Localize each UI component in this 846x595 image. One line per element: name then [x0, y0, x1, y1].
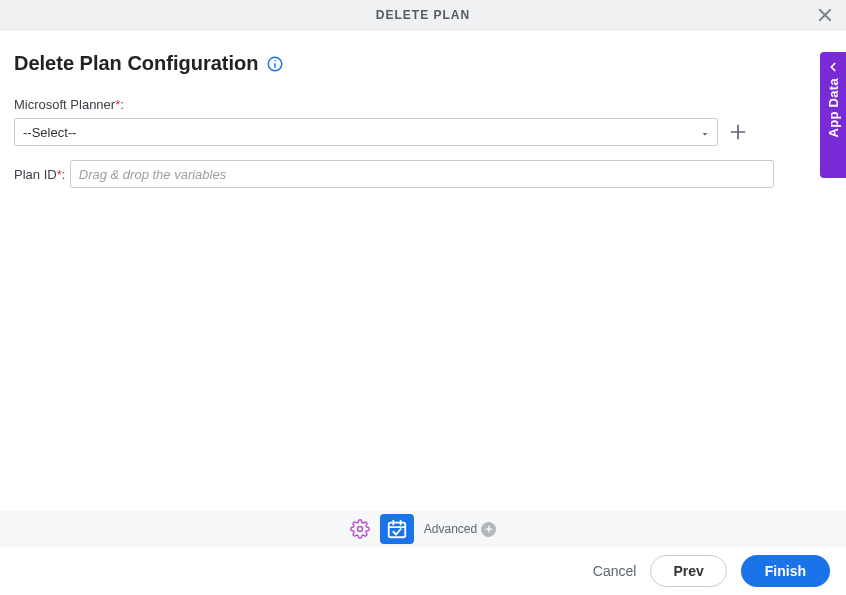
- close-icon[interactable]: [816, 6, 834, 24]
- svg-point-4: [275, 59, 277, 61]
- calendar-check-icon[interactable]: [380, 514, 414, 544]
- modal-footer: Cancel Prev Finish: [0, 547, 846, 595]
- modal-title: DELETE PLAN: [376, 8, 470, 22]
- cancel-button[interactable]: Cancel: [593, 563, 637, 579]
- planner-select-value: --Select--: [23, 125, 76, 140]
- app-data-label: App Data: [826, 78, 841, 137]
- field-planner: Microsoft Planner*: --Select--: [14, 95, 832, 146]
- info-icon[interactable]: [266, 55, 284, 73]
- add-planner-icon[interactable]: [728, 122, 748, 142]
- page-title: Delete Plan Configuration: [14, 52, 258, 75]
- circle-plus-icon: [481, 522, 496, 537]
- field-plan-id-label-text: Plan ID: [14, 167, 57, 182]
- modal-body: Delete Plan Configuration Microsoft Plan…: [0, 30, 846, 511]
- gear-icon[interactable]: [350, 519, 370, 539]
- field-planner-row: --Select--: [14, 118, 832, 146]
- page-title-row: Delete Plan Configuration: [14, 52, 832, 75]
- field-planner-label-text: Microsoft Planner: [14, 97, 115, 112]
- colon: :: [120, 97, 124, 112]
- chevron-down-icon: [699, 126, 711, 138]
- plan-id-input[interactable]: [70, 160, 774, 188]
- field-plan-id: Plan ID*:: [14, 160, 832, 188]
- bottom-toolbar: Advanced: [0, 511, 846, 547]
- modal-header: DELETE PLAN: [0, 0, 846, 30]
- planner-select[interactable]: --Select--: [14, 118, 718, 146]
- chevron-left-icon: [826, 60, 840, 74]
- field-plan-id-label: Plan ID*:: [14, 167, 65, 182]
- field-planner-label: Microsoft Planner*:: [14, 97, 124, 112]
- prev-button[interactable]: Prev: [650, 555, 726, 587]
- svg-rect-8: [389, 523, 406, 538]
- finish-button[interactable]: Finish: [741, 555, 830, 587]
- svg-point-7: [357, 527, 362, 532]
- advanced-link[interactable]: Advanced: [424, 522, 496, 537]
- app-data-panel-toggle[interactable]: App Data: [820, 52, 846, 178]
- advanced-label: Advanced: [424, 522, 477, 536]
- colon: :: [62, 167, 66, 182]
